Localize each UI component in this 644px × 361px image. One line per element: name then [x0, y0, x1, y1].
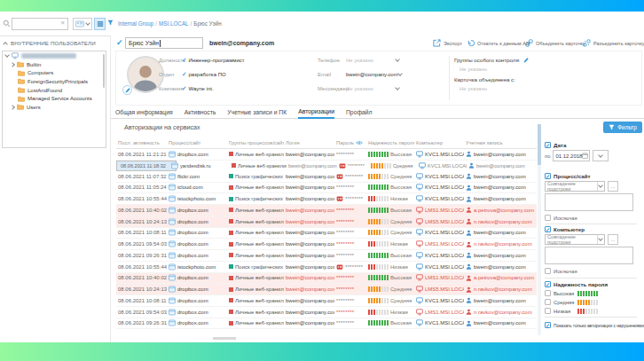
chevron-down-icon[interactable] [395, 57, 400, 62]
authorization-row[interactable]: 08.06.2021 11:18:32yandexdisk.ruЛичные в… [116, 161, 177, 171]
cell-last-activity: 08.06.2021 10:24:13 [116, 216, 167, 227]
process-match-select[interactable]: Совпадение подстроки [545, 181, 605, 192]
cell-account: a.petrova@company.com [464, 273, 537, 284]
date-filter-checkbox[interactable] [545, 142, 551, 148]
authorization-row[interactable]: 08.06.2021 09:26:31dropbox.comЛичные веб… [116, 318, 537, 330]
computer-filter-checkbox[interactable] [545, 226, 551, 232]
authorization-row[interactable]: 08.06.2021 10:40:02dropbox.comЛичные веб… [116, 273, 537, 285]
password-strength-bars [368, 264, 389, 270]
breadcrumb-item[interactable]: MSI.LOCAL [159, 20, 189, 27]
computer-values-textarea[interactable] [545, 247, 633, 264]
tab-профайл[interactable]: Профайл [346, 106, 373, 119]
date-input[interactable]: 01.12.2018 [553, 150, 590, 161]
tree-item-label: Computers [27, 70, 53, 75]
sidebar-item-lostandfound[interactable]: LostAndFound [3, 86, 106, 95]
filter-separator [545, 317, 637, 318]
user-name-input[interactable]: Брюс Уэйн [125, 37, 203, 49]
sidebar-item-users[interactable]: Users [3, 103, 106, 112]
process-values-textarea[interactable] [545, 193, 633, 211]
site-icon [169, 218, 176, 225]
view-card-button[interactable] [73, 18, 92, 30]
authorization-row[interactable]: 08.06.2021 10:08:11dropbox.comЛичные веб… [116, 228, 537, 239]
computer-exclude-checkbox[interactable] [545, 268, 551, 274]
action-button-link[interactable]: Объединить карточку [525, 39, 585, 47]
cell-password: ******** [334, 183, 366, 193]
site-icon [169, 151, 176, 158]
password-visibility-icon[interactable] [356, 140, 363, 145]
user-icon [466, 297, 472, 303]
computer-more-button[interactable]: ... [608, 234, 618, 245]
view-list-button[interactable] [94, 18, 106, 30]
authorization-row[interactable]: 08.06.2021 10:55:44istockphoto.comПоиск … [116, 193, 537, 205]
table-scrollbar-thumb[interactable] [538, 124, 541, 165]
breadcrumb-separator: / [155, 20, 157, 27]
chevron-right-icon[interactable] [10, 105, 15, 110]
tree-root-item[interactable] [3, 51, 106, 60]
cell-account: bwein@company.com [467, 162, 539, 169]
password-masked: ******** [336, 253, 354, 258]
user-icon [466, 151, 472, 157]
sidebar-item-managed-service-accounts[interactable]: Managed Service Accounts [3, 94, 106, 103]
site-icon [169, 263, 176, 271]
authorization-row[interactable]: 08.06.2021 09:26:31dropbox.comЛичные веб… [116, 250, 537, 262]
edit-pencil-icon[interactable] [523, 58, 529, 63]
authorization-row[interactable]: 08.06.2021 11:21:21dropbox.comЛичные веб… [116, 149, 537, 161]
action-button-export[interactable]: Экспорт [433, 39, 462, 47]
tab-активность[interactable]: Активность [185, 106, 216, 119]
sidebar-item-builtin[interactable]: Builtin [3, 60, 106, 69]
user-icon [466, 252, 472, 258]
group-color-square [229, 242, 233, 247]
authorization-row[interactable]: 08.06.2021 11:07:32flickr.comПоиск графи… [116, 171, 537, 183]
action-button-undo[interactable]: Откатить к данным AD [467, 39, 530, 47]
collapse-icon[interactable] [3, 42, 8, 47]
date-dropdown-button[interactable] [593, 150, 609, 161]
tree-scrollbar-thumb[interactable] [103, 54, 106, 88]
authorization-row[interactable]: 08.06.2021 10:24:13dropbox.comЛичные веб… [116, 216, 537, 228]
process-exclude-checkbox[interactable] [545, 215, 551, 221]
tab-общая-информация[interactable]: Общая информация [115, 106, 173, 119]
computer-match-select[interactable]: Совпадение подстроки [545, 234, 605, 245]
strength-option-checkbox[interactable] [545, 299, 551, 305]
process-filter-checkbox[interactable] [545, 173, 551, 179]
strength-option-checkbox[interactable] [545, 290, 551, 296]
chevron-down-icon[interactable] [4, 52, 10, 58]
avatar-edit-button[interactable] [122, 85, 132, 95]
authorization-row[interactable]: 08.06.2021 09:54:03dropbox.comЛичные веб… [116, 239, 537, 250]
action-button-unlink[interactable]: Разъединить карточку [583, 39, 644, 47]
computer-name: LMS5.MSI.LOCAL [425, 286, 464, 292]
chevron-right-icon[interactable] [10, 62, 15, 67]
process-more-button[interactable]: ... [608, 181, 618, 192]
authorization-row[interactable]: 08.06.2021 11:05:24icloud.comЛичные веб-… [116, 183, 537, 194]
horizontal-scrollbar-thumb[interactable] [213, 337, 236, 340]
breadcrumb-separator: / [191, 20, 192, 27]
group-name: Личные веб-хранилища [235, 184, 284, 190]
strength-option-label: Средняя [554, 300, 575, 305]
cell-last-activity: 08.06.2021 10:40:02 [116, 273, 167, 284]
computer-name: LMS5.MSI.LOCAL [425, 219, 464, 224]
authorization-row[interactable]: 08.06.2021 10:08:11dropbox.comЛичные веб… [116, 295, 537, 307]
filter-button[interactable]: Фильтр [603, 122, 642, 133]
authorization-row[interactable]: 08.06.2021 09:54:03dropbox.comЛичные веб… [116, 307, 537, 318]
strength-filter-checkbox[interactable] [545, 281, 551, 287]
authorization-row[interactable]: 08.06.2021 10:24:13dropbox.comЛичные веб… [116, 284, 537, 295]
login-value: bwein@company.com [286, 196, 334, 201]
site-icon [171, 162, 178, 169]
breadcrumb-item[interactable]: Internal Group [118, 20, 153, 27]
contact-value: Не указано [346, 86, 373, 91]
table-body: 08.06.2021 11:21:21dropbox.comЛичные веб… [116, 149, 537, 329]
tab-учетные-записи-и-пк[interactable]: Учетные записи и ПК [227, 106, 287, 119]
violations-checkbox[interactable] [545, 322, 551, 328]
chevron-down-icon[interactable] [395, 85, 400, 90]
activity-time: 08.06.2021 09:54:03 [118, 241, 167, 247]
filter-toolbar-icon[interactable] [107, 20, 114, 26]
authorization-row[interactable]: 08.06.2021 10:55:44istockphoto.comПоиск … [116, 262, 537, 273]
password-warning-icon [336, 174, 343, 179]
sidebar-item-foreignsecurityprincipals[interactable]: ForeignSecurityPrincipals [3, 77, 106, 86]
strength-option-checkbox[interactable] [545, 308, 551, 314]
tab-авторизации[interactable]: Авторизации [298, 106, 334, 119]
authorization-row[interactable]: 08.06.2021 10:40:02dropbox.comЛичные веб… [116, 205, 537, 216]
sidebar-item-computers[interactable]: Computers [3, 68, 106, 77]
clear-icon[interactable]: ✕ [60, 20, 65, 27]
cell-password: ******** [334, 262, 366, 272]
cell-computer: LMS5.MSI.LOCAL [414, 216, 464, 227]
